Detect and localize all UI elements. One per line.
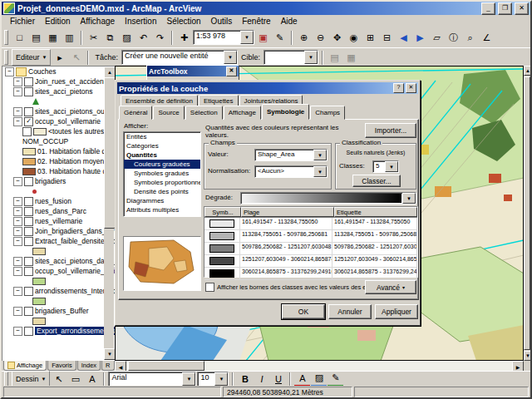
arctoolbox-close-button[interactable]: ✕ <box>226 66 237 76</box>
task-combo[interactable]: Créer une nouvelle entité ▼ <box>121 50 238 65</box>
list-item-selected[interactable]: Couleurs graduées <box>124 160 200 169</box>
tab-champs[interactable]: Champs <box>310 106 345 120</box>
toc-layer-row[interactable]: − sites_acci_pietons_dans_arron <box>2 256 116 266</box>
zoom-out-button[interactable]: ⊖ <box>313 30 328 46</box>
class-row[interactable]: 161,491547 - 113284,755050 161,491547 - … <box>204 218 417 230</box>
dialog-help-button[interactable]: ? <box>393 83 404 93</box>
layer-name[interactable]: brigadiers_Buffer <box>35 307 89 315</box>
collapse-icon[interactable]: − <box>13 327 22 336</box>
sketch-tool-button[interactable]: ▸ <box>52 50 67 66</box>
list-item[interactable]: Diagrammes <box>124 196 200 205</box>
go-back-extent-button[interactable]: ◀ <box>396 30 411 46</box>
font-combo[interactable]: Arial ▼ <box>108 372 196 387</box>
open-button[interactable]: ▤ <box>28 30 44 46</box>
dropdown-arrow-icon[interactable]: ▼ <box>402 193 416 204</box>
toc-legend-row[interactable]: <toutes les autres valeurs> <box>2 126 116 136</box>
toc-layer-row[interactable]: − rues_fusion <box>2 196 116 206</box>
color-ramp-combo[interactable]: ▼ <box>240 192 416 204</box>
tab-favoris[interactable]: Favoris <box>47 361 76 371</box>
collapse-icon[interactable]: − <box>13 217 22 226</box>
layer-checkbox[interactable] <box>24 107 33 116</box>
select-elements-button[interactable]: ↖ <box>51 372 66 387</box>
layer-name[interactable]: rues_fusion <box>35 197 71 205</box>
layer-checkbox[interactable] <box>24 287 33 296</box>
line-color-button[interactable]: ✎ <box>328 372 343 387</box>
window-titlebar[interactable]: Projet_donneesDEMO.mxd - ArcMap - ArcVie… <box>2 2 530 15</box>
toc-layer-row[interactable]: − occup_sol_villemarie_Union <box>2 266 116 276</box>
toc-layer-row-selected[interactable]: − Export_arrondissementsavecnoms <box>2 326 116 336</box>
shape-tool-button[interactable]: ▭ <box>67 372 83 387</box>
collapse-icon[interactable]: − <box>13 237 22 246</box>
close-button[interactable]: ✕ <box>515 2 529 15</box>
dropdown-arrow-icon[interactable]: ▼ <box>313 150 327 160</box>
layer-checkbox[interactable] <box>24 307 33 316</box>
dropdown-arrow-icon[interactable]: ▼ <box>224 51 237 64</box>
option-checkbox[interactable] <box>205 283 214 292</box>
text-tool-button[interactable]: A <box>84 372 100 387</box>
classes-combo[interactable]: 5 ▼ <box>372 160 399 173</box>
menu-fichier[interactable]: Fichier <box>5 16 40 27</box>
layer-checkbox[interactable] <box>24 267 33 276</box>
collapse-icon[interactable]: − <box>13 227 22 236</box>
collapse-icon[interactable]: − <box>13 287 22 296</box>
map-vertical-scrollbar[interactable]: ▲ ▼ <box>524 66 530 361</box>
layer-name[interactable]: brigadiers <box>35 177 66 185</box>
tab-source[interactable]: Source <box>153 106 184 120</box>
advanced-button[interactable]: Avancé ▾ <box>365 280 416 294</box>
collapse-icon[interactable]: − <box>13 267 22 276</box>
collapse-icon[interactable]: − <box>13 177 22 186</box>
dialog-close-button[interactable]: ✕ <box>406 83 416 93</box>
dessin-menu-button[interactable]: Dessin ▼ <box>12 371 50 387</box>
dropdown-arrow-icon[interactable]: ▼ <box>182 372 195 386</box>
toolbar-drag-handle[interactable] <box>4 372 8 387</box>
menu-selection[interactable]: Sélection <box>161 16 205 27</box>
scroll-thumb[interactable] <box>524 76 530 350</box>
editeur-menu-button[interactable]: Editeur ▼ <box>12 49 51 66</box>
value-field-combo[interactable]: Shape_Area ▼ <box>254 149 328 161</box>
menu-aide[interactable]: Aide <box>276 16 303 27</box>
scroll-down-icon[interactable]: ▼ <box>524 351 532 361</box>
classify-button[interactable]: Classer... <box>352 175 401 187</box>
tab-general[interactable]: Général <box>119 106 152 120</box>
layer-checkbox[interactable] <box>24 227 33 236</box>
tab-rechercher[interactable]: R <box>101 361 114 371</box>
scroll-up-icon[interactable]: ▲ <box>104 66 116 78</box>
layer-checkbox[interactable] <box>24 327 33 336</box>
attributes-button[interactable]: ▤ <box>327 50 342 66</box>
cut-button[interactable]: ✂ <box>86 30 101 46</box>
maximize-button[interactable]: ❐ <box>498 2 512 15</box>
collapse-icon[interactable]: − <box>13 107 22 116</box>
collapse-icon[interactable]: − <box>13 197 22 206</box>
toc-legend-row[interactable]: 01. Habitation faible densité <box>2 146 116 156</box>
print-button[interactable]: ▥ <box>62 30 77 46</box>
dropdown-arrow-icon[interactable]: ▼ <box>214 372 228 386</box>
list-item[interactable]: Entités <box>124 132 200 141</box>
font-color-button[interactable]: A <box>294 372 310 387</box>
column-label[interactable]: Etiquette <box>334 207 417 217</box>
layer-checkbox[interactable] <box>24 87 33 96</box>
editor-toolbar-button[interactable]: ✎ <box>272 30 288 46</box>
toc-legend-row[interactable]: 03. Habitation haute densité <box>2 166 116 176</box>
list-item[interactable]: Attributs multiples <box>124 205 200 214</box>
toc-layer-row[interactable]: − arrondissements_Intersect1 <box>2 286 116 296</box>
toc-layer-row[interactable]: − ✓ occup_sol_villemarie <box>2 116 116 126</box>
layer-name[interactable]: occup_sol_villemarie <box>35 117 101 126</box>
edit-tool-button[interactable]: ↖ <box>68 50 84 66</box>
list-item[interactable]: Symboles proportionnels <box>124 178 200 187</box>
legend-checkbox[interactable] <box>22 127 32 136</box>
layer-name[interactable]: Join_rues_et_accidents <box>35 77 109 86</box>
menu-insertion[interactable]: Insertion <box>120 16 161 27</box>
toc-layer-row[interactable]: − brigadiers_Buffer <box>2 306 116 316</box>
layer-checkbox[interactable]: ✓ <box>24 117 33 126</box>
ok-button[interactable]: OK <box>282 304 325 319</box>
column-symbol[interactable]: Symb... <box>204 207 241 217</box>
list-item[interactable]: Densité des points <box>124 187 200 196</box>
toc-root-row[interactable]: − Couches <box>2 66 116 76</box>
import-button[interactable]: Importer... <box>365 123 416 138</box>
layer-checkbox[interactable] <box>24 207 33 216</box>
cancel-button[interactable]: Annuler <box>328 304 372 319</box>
toc-scrollbar[interactable]: ▲ ▼ <box>104 66 114 360</box>
dropdown-arrow-icon[interactable]: ▼ <box>313 166 327 177</box>
pan-button[interactable]: ✥ <box>329 30 345 46</box>
toc-layer-row[interactable]: − sites_acci_pietons_ou_gravité_ <box>2 106 116 116</box>
